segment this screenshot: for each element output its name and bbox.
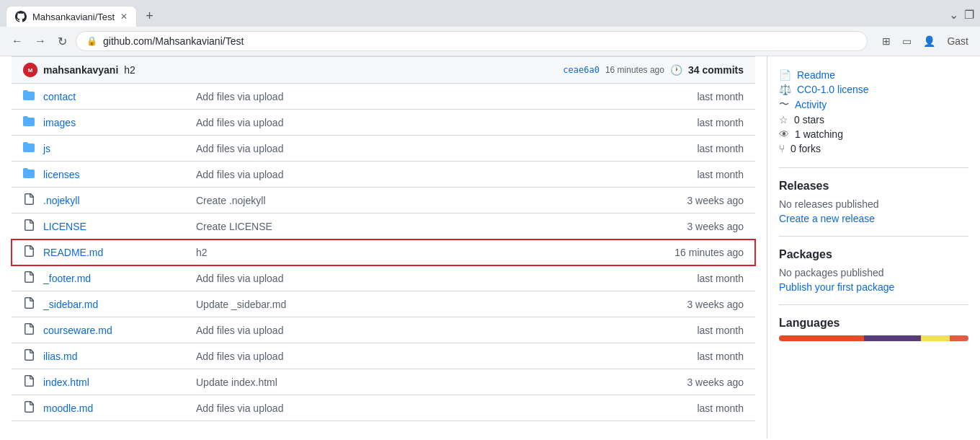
folder-icon bbox=[23, 167, 35, 179]
back-button[interactable]: ← bbox=[9, 32, 26, 50]
file-time: last month bbox=[499, 84, 755, 110]
folder-icon bbox=[23, 141, 35, 153]
no-releases-text: No releases published bbox=[779, 198, 968, 210]
commit-sha[interactable]: ceae6a0 bbox=[563, 65, 600, 75]
tab-close-button[interactable]: ✕ bbox=[120, 12, 128, 22]
address-bar: ← → ↻ 🔒 github.com/Mahsankaviani/Test ⊞ … bbox=[0, 27, 980, 56]
eye-icon: 👁 bbox=[779, 128, 789, 140]
file-commit-msg: Add files via upload bbox=[196, 117, 283, 128]
sidebar-item-activity[interactable]: 〜 Activity bbox=[779, 97, 968, 113]
split-view-icon[interactable]: ▭ bbox=[899, 32, 914, 50]
packages-heading: Packages bbox=[779, 248, 968, 261]
file-name[interactable]: contact bbox=[43, 91, 76, 102]
file-time: 16 minutes ago bbox=[499, 239, 755, 265]
table-row: LICENSE Create LICENSE 3 weeks ago bbox=[12, 214, 755, 239]
table-row: _footer.md Add files via upload last mon… bbox=[12, 265, 755, 291]
table-row: ilias.md Add files via upload last month bbox=[12, 343, 755, 369]
file-icon bbox=[23, 401, 35, 413]
minimize-icon[interactable]: ⌄ bbox=[949, 8, 958, 22]
main-content: M mahsankavyani h2 ceae6a0 16 minutes ag… bbox=[0, 56, 980, 439]
browser-chrome: Mahsankaviani/Test ✕ + ⌄ ❐ ← → ↻ 🔒 githu… bbox=[0, 0, 980, 56]
file-time: 3 weeks ago bbox=[499, 291, 755, 317]
file-commit-msg: Add files via upload bbox=[196, 273, 283, 284]
table-row: moodle.md Add files via upload last mont… bbox=[12, 395, 755, 421]
file-name[interactable]: _sidebar.md bbox=[43, 299, 98, 310]
file-name[interactable]: _footer.md bbox=[43, 273, 91, 284]
file-commit-msg: Add files via upload bbox=[196, 143, 283, 154]
sidebar-item-license[interactable]: ⚖️ CC0-1.0 license bbox=[779, 82, 968, 97]
sidebar-packages-section: Packages No packages published Publish y… bbox=[779, 248, 968, 305]
sidebar-item-forks[interactable]: ⑂ 0 forks bbox=[779, 141, 968, 156]
file-name[interactable]: courseware.md bbox=[43, 325, 112, 336]
file-name[interactable]: .nojekyll bbox=[43, 195, 80, 206]
new-tab-button[interactable]: + bbox=[140, 6, 159, 27]
folder-icon bbox=[23, 115, 35, 127]
readme-link[interactable]: Readme bbox=[797, 69, 835, 81]
sidebar: 📄 Readme ⚖️ CC0-1.0 license 〜 Activity ☆… bbox=[767, 56, 980, 439]
file-commit-msg: Add files via upload bbox=[196, 325, 283, 336]
file-name[interactable]: README.md bbox=[43, 247, 103, 258]
file-commit-msg: Update index.html bbox=[196, 377, 277, 388]
active-tab[interactable]: Mahsankaviani/Test ✕ bbox=[6, 6, 137, 27]
file-table: contact Add files via upload last month … bbox=[12, 84, 755, 421]
tab-bar: Mahsankaviani/Test ✕ + ⌄ ❐ bbox=[0, 0, 980, 27]
forward-button[interactable]: → bbox=[32, 32, 49, 50]
license-icon: ⚖️ bbox=[779, 84, 791, 95]
watching-count: 1 watching bbox=[795, 128, 843, 140]
file-icon bbox=[23, 245, 35, 257]
file-time: last month bbox=[499, 162, 755, 188]
maximize-icon[interactable]: ❐ bbox=[964, 8, 974, 22]
file-icon bbox=[23, 297, 35, 309]
file-name[interactable]: ilias.md bbox=[43, 351, 77, 362]
file-name[interactable]: licenses bbox=[43, 169, 80, 180]
table-row: licenses Add files via upload last month bbox=[12, 162, 755, 188]
file-name[interactable]: images bbox=[43, 117, 76, 128]
file-time: last month bbox=[499, 317, 755, 343]
table-row: contact Add files via upload last month bbox=[12, 84, 755, 110]
user-label: Gast bbox=[944, 32, 971, 50]
file-time: last month bbox=[499, 265, 755, 291]
translate-icon[interactable]: ⊞ bbox=[879, 32, 894, 50]
stars-count: 0 stars bbox=[794, 114, 824, 126]
file-time: 3 weeks ago bbox=[499, 188, 755, 214]
file-icon bbox=[23, 219, 35, 231]
profile-icon[interactable]: 👤 bbox=[920, 32, 938, 50]
publish-package-link[interactable]: Publish your first package bbox=[779, 281, 968, 293]
create-release-link[interactable]: Create a new release bbox=[779, 213, 968, 224]
file-name[interactable]: index.html bbox=[43, 377, 89, 388]
language-bar bbox=[779, 335, 968, 341]
activity-icon: 〜 bbox=[779, 98, 789, 111]
file-name[interactable]: moodle.md bbox=[43, 402, 93, 414]
file-name[interactable]: LICENSE bbox=[43, 221, 86, 232]
file-time: 3 weeks ago bbox=[499, 369, 755, 395]
commit-author[interactable]: mahsankavyani bbox=[43, 64, 118, 76]
activity-link[interactable]: Activity bbox=[795, 99, 827, 110]
sidebar-item-readme[interactable]: 📄 Readme bbox=[779, 68, 968, 82]
file-name[interactable]: js bbox=[43, 143, 50, 154]
sidebar-item-stars[interactable]: ☆ 0 stars bbox=[779, 113, 968, 127]
commit-bar: M mahsankavyani h2 ceae6a0 16 minutes ag… bbox=[12, 56, 755, 84]
table-row: _sidebar.md Update _sidebar.md 3 weeks a… bbox=[12, 291, 755, 317]
sidebar-releases-section: Releases No releases published Create a … bbox=[779, 180, 968, 237]
file-commit-msg: Add files via upload bbox=[196, 91, 283, 102]
license-link[interactable]: CC0-1.0 license bbox=[797, 84, 869, 95]
sidebar-item-watching[interactable]: 👁 1 watching bbox=[779, 127, 968, 141]
sidebar-about-section: 📄 Readme ⚖️ CC0-1.0 license 〜 Activity ☆… bbox=[779, 68, 968, 168]
refresh-button[interactable]: ↻ bbox=[55, 32, 70, 51]
commit-count[interactable]: 34 commits bbox=[688, 64, 744, 76]
forks-count: 0 forks bbox=[790, 143, 821, 154]
url-bar[interactable]: 🔒 github.com/Mahsankaviani/Test bbox=[76, 31, 868, 51]
sidebar-languages-section: Languages bbox=[779, 317, 968, 353]
tab-title: Mahsankaviani/Test bbox=[32, 12, 115, 22]
language-segment-html bbox=[779, 335, 864, 341]
file-commit-msg: Update _sidebar.md bbox=[196, 299, 286, 310]
table-row: .nojekyll Create .nojekyll 3 weeks ago bbox=[12, 188, 755, 214]
file-time: last month bbox=[499, 110, 755, 136]
table-row: courseware.md Add files via upload last … bbox=[12, 317, 755, 343]
file-time: last month bbox=[499, 136, 755, 162]
fork-icon: ⑂ bbox=[779, 143, 785, 154]
file-commit-msg: Create LICENSE bbox=[196, 221, 272, 232]
language-segment-css bbox=[864, 335, 921, 341]
commit-time: 16 minutes ago bbox=[605, 65, 664, 75]
table-row: index.html Update index.html 3 weeks ago bbox=[12, 369, 755, 395]
